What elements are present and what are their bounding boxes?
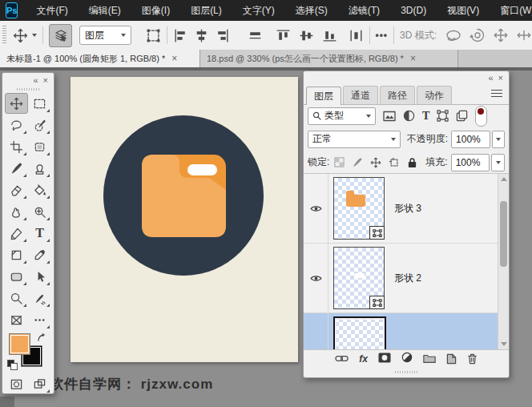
visibility-cell[interactable]: [304, 244, 328, 312]
filter-shape-layers-icon[interactable]: [437, 110, 449, 122]
auto-select-layer-dropdown[interactable]: 图层: [79, 26, 131, 45]
toolbar-extra-slot-icon[interactable]: [5, 309, 28, 330]
document-canvas[interactable]: [71, 77, 298, 362]
filter-adjustment-layers-icon[interactable]: [403, 110, 415, 122]
panel-grip[interactable]: [17, 88, 39, 91]
new-group-folder-icon[interactable]: [423, 353, 436, 364]
screen-mode-button[interactable]: [28, 373, 51, 394]
chevron-down-icon[interactable]: [32, 34, 37, 37]
fill-input[interactable]: 100%: [451, 154, 490, 171]
default-colors-icon[interactable]: [7, 360, 17, 369]
filter-smart-objects-icon[interactable]: [456, 110, 468, 122]
layer-style-fx-button[interactable]: fx: [359, 353, 368, 365]
document-tab-18psd[interactable]: 18.psd @ 330% (ps怎么画一个设置图标, RGB/8) * ×: [200, 50, 458, 67]
fill-dropdown-button[interactable]: [491, 154, 505, 171]
layer-name[interactable]: 形状 3: [394, 202, 421, 216]
auto-select-toggle-button[interactable]: [49, 24, 72, 47]
align-vertical-center-icon[interactable]: [299, 28, 314, 43]
menu-3d[interactable]: 3D(D): [390, 0, 437, 21]
tab-actions[interactable]: 动作: [417, 86, 452, 104]
layer-row-shape3[interactable]: 形状 3: [304, 174, 509, 244]
align-left-icon[interactable]: [173, 28, 188, 43]
layer-name[interactable]: 形状 2: [394, 272, 421, 285]
pen-tool[interactable]: [5, 223, 28, 244]
options-bar-grip[interactable]: [2, 26, 6, 45]
opacity-dropdown-button[interactable]: [492, 131, 505, 148]
tab-paths[interactable]: 路径: [380, 86, 415, 104]
move-tool-preset-icon[interactable]: [13, 28, 28, 43]
blend-mode-dropdown[interactable]: 正常: [308, 131, 401, 148]
menu-edit[interactable]: 编辑(E): [79, 0, 131, 21]
lock-all-icon[interactable]: [407, 157, 417, 168]
layer-thumbnail[interactable]: [333, 247, 385, 309]
layer-thumbnail[interactable]: [333, 177, 385, 240]
menu-select[interactable]: 选择(S): [285, 0, 338, 21]
layer-row-shape2[interactable]: 形状 2: [304, 244, 509, 313]
menu-image[interactable]: 图像(I): [131, 0, 180, 21]
zoom-tool[interactable]: [5, 288, 28, 308]
align-top-icon[interactable]: [276, 28, 291, 43]
3d-roll-icon[interactable]: [470, 27, 486, 43]
panel-menu-icon[interactable]: [491, 90, 502, 98]
filter-type-layers-icon[interactable]: T: [422, 111, 429, 122]
brush-tool[interactable]: [5, 158, 28, 179]
3d-pan-icon[interactable]: [493, 27, 509, 43]
collapse-panel-icon[interactable]: «: [488, 73, 492, 83]
lock-transparency-icon[interactable]: [334, 157, 345, 167]
panel-resize-grip[interactable]: [395, 371, 417, 373]
menu-type[interactable]: 文字(Y): [232, 0, 285, 21]
edit-toolbar-ellipsis-icon[interactable]: [28, 309, 51, 330]
close-icon[interactable]: ×: [171, 53, 177, 64]
close-panel-icon[interactable]: ×: [43, 75, 48, 85]
new-adjustment-layer-icon[interactable]: [401, 352, 413, 366]
menu-window[interactable]: 窗口(W): [490, 0, 532, 21]
link-layers-icon[interactable]: [335, 354, 349, 363]
quick-mask-mode-button[interactable]: [5, 373, 28, 394]
menu-layer[interactable]: 图层(L): [180, 0, 232, 21]
quick-selection-tool[interactable]: [28, 115, 51, 135]
layer-filter-type-dropdown[interactable]: 类型: [308, 107, 376, 125]
clone-stamp-tool[interactable]: [28, 158, 51, 179]
layer-row-selected[interactable]: [304, 313, 509, 349]
eyedropper-tool[interactable]: [28, 244, 51, 265]
menu-filter[interactable]: 滤镜(T): [338, 0, 390, 21]
align-right-icon[interactable]: [215, 28, 230, 43]
rounded-rectangle-shape-tool[interactable]: [5, 266, 28, 287]
layer-list-scrollbar[interactable]: [498, 174, 509, 349]
tab-channels[interactable]: 通道: [343, 86, 378, 104]
visibility-cell[interactable]: [304, 174, 328, 243]
frame-tool[interactable]: [5, 244, 28, 265]
distribute-spacing-icon[interactable]: [349, 28, 364, 43]
scroll-down-icon[interactable]: [501, 342, 507, 346]
close-icon[interactable]: ×: [410, 53, 416, 64]
path-selection-tool[interactable]: [28, 266, 51, 287]
tab-layers[interactable]: 图层: [306, 87, 341, 105]
smudge-tool[interactable]: [5, 201, 28, 222]
filter-pixel-layers-icon[interactable]: [383, 111, 396, 122]
3d-slide-icon[interactable]: [516, 27, 532, 43]
lock-artboard-icon[interactable]: [389, 157, 400, 168]
foreground-color-swatch[interactable]: [9, 333, 30, 355]
more-options-button[interactable]: •••: [375, 30, 388, 41]
layer-filter-toggle[interactable]: [475, 106, 487, 127]
menu-file[interactable]: 文件(F): [26, 0, 78, 21]
distribute-horizontal-icon[interactable]: [248, 28, 263, 43]
layer-thumbnail-selected[interactable]: [333, 316, 386, 349]
visibility-cell[interactable]: [304, 313, 328, 349]
dodge-tool[interactable]: [28, 201, 51, 222]
3d-orbit-icon[interactable]: [445, 27, 462, 43]
collapse-panel-icon[interactable]: «: [33, 75, 37, 85]
healing-patch-tool[interactable]: [28, 136, 51, 157]
type-tool[interactable]: T: [28, 223, 51, 244]
scroll-up-icon[interactable]: [501, 177, 507, 181]
align-bottom-icon[interactable]: [322, 28, 337, 43]
lasso-tool[interactable]: [5, 115, 28, 135]
crop-tool[interactable]: [5, 136, 28, 157]
lock-position-icon[interactable]: [370, 157, 381, 168]
scrollbar-thumb[interactable]: [500, 201, 507, 267]
opacity-input[interactable]: 100%: [451, 131, 490, 148]
marquee-tool[interactable]: [28, 93, 51, 114]
new-layer-icon[interactable]: [446, 353, 457, 365]
show-transform-controls-icon[interactable]: [146, 28, 161, 43]
delete-layer-trash-icon[interactable]: [467, 353, 478, 365]
